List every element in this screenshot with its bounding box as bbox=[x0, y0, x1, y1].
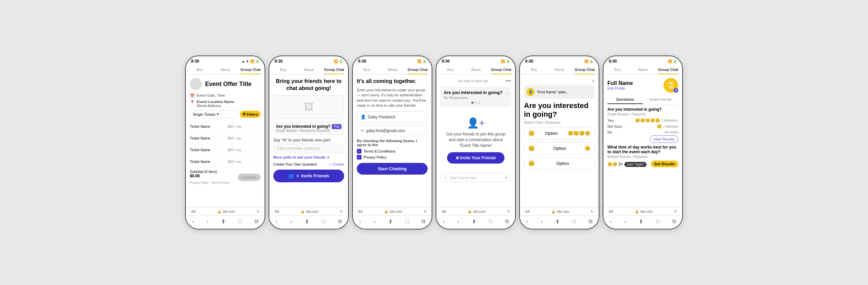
bookmarks-icon-3[interactable]: □ bbox=[406, 219, 409, 225]
refresh-icon-5[interactable]: ↻ bbox=[591, 210, 593, 213]
email-value: gaby.fred@gmail.com bbox=[366, 129, 405, 133]
bookmarks-icon-5[interactable]: □ bbox=[572, 219, 576, 225]
option-pill-1[interactable]: 😊 Option 😊😊😊😊 bbox=[524, 127, 595, 140]
event-location: 📍 Event Location Name Street Address bbox=[190, 100, 260, 108]
forward-icon-4[interactable]: › bbox=[457, 219, 459, 225]
tab-about-3[interactable]: About bbox=[379, 65, 405, 74]
privacy-checkbox[interactable]: ✓ bbox=[357, 155, 362, 160]
forward-icon[interactable]: › bbox=[207, 219, 209, 225]
hide-results-button[interactable]: Hide Results bbox=[650, 136, 678, 143]
table-row[interactable]: Ticket Name $00 / ea. › bbox=[190, 156, 260, 168]
tab-groupchat-5[interactable]: Group Chat bbox=[572, 65, 597, 74]
start-chatting-button[interactable]: Start Chatting bbox=[357, 163, 428, 175]
refresh-icon-6[interactable]: ↻ bbox=[674, 210, 677, 213]
tab-groupchat-3[interactable]: Group Chat bbox=[405, 65, 430, 74]
name-input[interactable]: 👤 Gaby Frederick bbox=[357, 111, 428, 122]
create-link[interactable]: + Create bbox=[330, 162, 344, 166]
terms-checkbox[interactable]: ✓ bbox=[357, 149, 362, 153]
create-question-label: Create Your Own Question bbox=[273, 162, 317, 166]
share-icon-4[interactable]: ⬆ bbox=[472, 219, 476, 225]
refresh-icon-4[interactable]: ↻ bbox=[507, 210, 510, 213]
table-row[interactable]: Ticket Name $00 / ea. › bbox=[190, 144, 260, 156]
table-row[interactable]: Ticket Name $00 / ea. › bbox=[190, 121, 260, 133]
tabs-icon-6[interactable]: ⧉ bbox=[672, 219, 676, 225]
back-icon-2[interactable]: ‹ bbox=[276, 219, 277, 225]
tab-about-6[interactable]: About bbox=[630, 65, 655, 74]
tab-buy-2[interactable]: Buy bbox=[271, 65, 296, 74]
bottom-bar-1: AA 🔒 site.com ↻ bbox=[186, 207, 265, 216]
invite-friends-button-4[interactable]: ⊕ Invite Your Friends bbox=[447, 152, 505, 164]
chevron-right-icon: › bbox=[259, 124, 260, 129]
refresh-icon-3[interactable]: ↻ bbox=[424, 210, 426, 213]
forward-icon-5[interactable]: › bbox=[541, 219, 542, 225]
forward-icon-6[interactable]: › bbox=[624, 219, 626, 225]
tab-about-2[interactable]: About bbox=[296, 65, 321, 74]
tab-questions[interactable]: Questions bbox=[608, 95, 643, 104]
tab-about-4[interactable]: About bbox=[463, 65, 489, 74]
tab-about-1[interactable]: About bbox=[213, 65, 238, 74]
tab-buy-3[interactable]: Buy bbox=[354, 65, 379, 74]
refresh-icon-2[interactable]: ↻ bbox=[340, 210, 343, 213]
more-polls-link[interactable]: More polls to ask your friends ∧ bbox=[273, 155, 344, 160]
share-icon-2[interactable]: ⬆ bbox=[305, 219, 309, 225]
bookmarks-icon-6[interactable]: □ bbox=[656, 219, 659, 225]
back-icon-5[interactable]: ‹ bbox=[526, 219, 528, 225]
back-icon-3[interactable]: ‹ bbox=[359, 219, 361, 225]
tab-groupchat-1[interactable]: Group Chat bbox=[238, 65, 263, 74]
tab-invite-friends[interactable]: Invite Friends bbox=[643, 95, 678, 104]
tab-buy-5[interactable]: Buy bbox=[521, 65, 547, 74]
option-pill-3[interactable]: 😊 Option bbox=[524, 157, 595, 170]
send-icon[interactable]: ➤ bbox=[504, 175, 507, 180]
site-info-3: 🔒 site.com bbox=[384, 210, 402, 213]
smile-icon-3: 😊 bbox=[528, 160, 535, 167]
tabs-icon-4[interactable]: ⧉ bbox=[505, 219, 509, 225]
see-results-button[interactable]: See Results bbox=[651, 161, 678, 167]
tabs-icon-2[interactable]: ⧉ bbox=[338, 219, 342, 225]
bookmarks-icon[interactable]: □ bbox=[239, 219, 242, 225]
tab-groupchat-4[interactable]: Group Chat bbox=[489, 65, 514, 74]
bookmarks-icon-2[interactable]: □ bbox=[322, 219, 326, 225]
collapse-icon[interactable]: ∨ bbox=[591, 78, 595, 83]
chat-input-bar[interactable]: ☺ Start typing here... ➤ bbox=[440, 173, 511, 182]
back-icon-4[interactable]: ‹ bbox=[443, 219, 444, 225]
phone-2: 8:30 📶🔋 Buy About Group Chat Bring your … bbox=[269, 56, 349, 229]
tabs-icon-5[interactable]: ⧉ bbox=[589, 219, 592, 225]
forward-icon-3[interactable]: › bbox=[374, 219, 375, 225]
table-row[interactable]: Ticket Name $00 / ea. › bbox=[190, 133, 260, 144]
forward-icon-2[interactable]: › bbox=[290, 219, 292, 225]
tabs-icon-3[interactable]: ⧉ bbox=[422, 219, 425, 225]
nav-bar-4: ‹ › ⬆ □ ⧉ bbox=[436, 216, 515, 229]
share-icon-3[interactable]: ⬆ bbox=[388, 219, 393, 225]
tab-buy-6[interactable]: Buy bbox=[605, 65, 630, 74]
share-icon[interactable]: ⬆ bbox=[221, 219, 225, 225]
tab-buy-4[interactable]: Buy bbox=[438, 65, 463, 74]
edit-profile-link[interactable]: Edit Profile bbox=[608, 86, 633, 90]
message-input[interactable]: Type a message (optional) bbox=[273, 144, 344, 152]
nav-bar-5: ‹ › ⬆ □ ⧉ bbox=[520, 216, 599, 229]
option-pill-2[interactable]: 😊 Option 😊 bbox=[524, 142, 595, 154]
tabs-icon[interactable]: ⧉ bbox=[255, 219, 258, 225]
time-4: 8:30 bbox=[442, 59, 450, 63]
poll-arrow-icon[interactable]: › bbox=[506, 90, 508, 96]
share-icon-6[interactable]: ⬆ bbox=[639, 219, 643, 225]
bookmarks-icon-4[interactable]: □ bbox=[489, 219, 493, 225]
back-icon-6[interactable]: ‹ bbox=[610, 219, 612, 225]
tab-groupchat-2[interactable]: Group Chat bbox=[321, 65, 347, 74]
edit-avatar-icon[interactable]: ✏ bbox=[674, 88, 678, 93]
terms-link[interactable]: Terms of Use bbox=[211, 181, 229, 184]
ticket-dropdown[interactable]: Single Tickets ▾ bbox=[190, 110, 238, 118]
invite-friends-button[interactable]: 👥 ＋ Invite Friends bbox=[273, 170, 344, 182]
continue-button[interactable]: Continue bbox=[238, 174, 260, 181]
tab-buy-1[interactable]: Buy bbox=[187, 65, 213, 74]
more-options-icon[interactable]: ••• bbox=[505, 78, 511, 84]
tab-about-5[interactable]: About bbox=[547, 65, 572, 74]
status-bar-4: 8:30 📶🔋 bbox=[436, 56, 515, 65]
refresh-icon[interactable]: ↻ bbox=[256, 210, 259, 213]
chevron-right-icon: › bbox=[259, 147, 260, 152]
email-input[interactable]: ✉ gaby.fred@gmail.com bbox=[357, 125, 428, 136]
back-icon[interactable]: ‹ bbox=[192, 219, 194, 225]
share-icon-5[interactable]: ⬆ bbox=[555, 219, 560, 225]
tab-groupchat-6[interactable]: Group Chat bbox=[655, 65, 681, 74]
filter-button[interactable]: ⚙ Filters bbox=[240, 111, 260, 118]
privacy-link[interactable]: Privacy Policy bbox=[190, 181, 209, 184]
